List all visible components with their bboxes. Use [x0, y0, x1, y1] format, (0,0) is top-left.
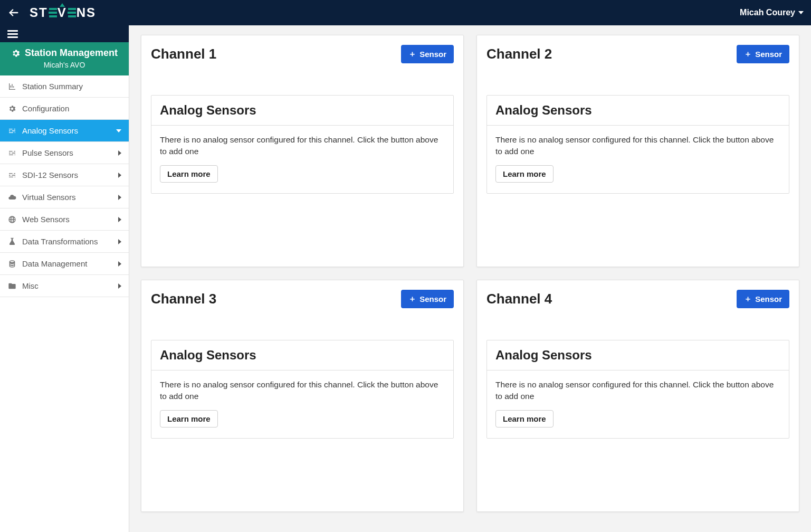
sliders-icon	[7, 149, 17, 157]
add-sensor-button-label: Sensor	[755, 294, 782, 303]
sidebar-nav: Station SummaryConfigurationAnalog Senso…	[0, 75, 129, 297]
sidebar-top-strip	[0, 25, 129, 42]
cloud-icon	[7, 193, 17, 202]
channel-panel: Channel 2＋SensorAnalog SensorsThere is n…	[476, 35, 799, 267]
chevron-right-icon	[118, 195, 121, 200]
hamburger-button[interactable]	[7, 28, 18, 40]
analog-sensors-card: Analog SensorsThere is no analog sensor …	[486, 340, 789, 439]
flask-icon	[7, 238, 17, 246]
station-mgmt-title: Station Management	[25, 48, 118, 59]
sidebar-item-label: Configuration	[22, 104, 69, 113]
sidebar-item-station-summary[interactable]: Station Summary	[0, 75, 129, 98]
sidebar-item-sdi-12-sensors[interactable]: SDI-12 Sensors	[0, 164, 129, 186]
sidebar-item-label: Analog Sensors	[22, 126, 78, 135]
add-sensor-button-label: Sensor	[755, 50, 782, 59]
main-content: Channel 1＋SensorAnalog SensorsThere is n…	[129, 25, 811, 532]
analog-sensors-card-title: Analog Sensors	[487, 340, 789, 370]
sidebar-item-data-management[interactable]: Data Management	[0, 253, 129, 275]
caret-down-icon	[798, 11, 804, 14]
arrow-left-icon	[8, 7, 20, 18]
station-header: Station Management Micah's AVO	[0, 42, 129, 75]
sidebar-item-virtual-sensors[interactable]: Virtual Sensors	[0, 186, 129, 208]
analog-sensors-card-title: Analog Sensors	[151, 96, 453, 126]
add-sensor-button[interactable]: ＋Sensor	[737, 290, 789, 308]
station-subtitle: Micah's AVO	[3, 61, 126, 69]
analog-sensors-card-body: There is no analog sensor configured for…	[151, 126, 453, 193]
sidebar-item-analog-sensors[interactable]: Analog Sensors	[0, 120, 129, 142]
channel-panel-header: Channel 2＋Sensor	[486, 45, 789, 63]
sidebar-item-misc[interactable]: Misc	[0, 275, 129, 297]
sidebar-item-pulse-sensors[interactable]: Pulse Sensors	[0, 142, 129, 164]
chevron-right-icon	[118, 283, 121, 289]
user-menu[interactable]: Micah Courey	[740, 8, 804, 17]
chevron-right-icon	[118, 217, 121, 222]
sidebar-item-label: SDI-12 Sensors	[22, 170, 78, 179]
add-sensor-button[interactable]: ＋Sensor	[401, 45, 454, 63]
sidebar-item-label: Data Transformations	[22, 237, 98, 246]
channel-title: Channel 3	[151, 291, 216, 307]
analog-sensors-card: Analog SensorsThere is no analog sensor …	[486, 95, 789, 194]
channel-title: Channel 4	[486, 291, 552, 307]
plus-icon: ＋	[408, 294, 416, 304]
add-sensor-button-label: Sensor	[419, 50, 446, 59]
learn-more-button[interactable]: Learn more	[160, 410, 218, 428]
sliders-icon	[7, 127, 17, 135]
sidebar-item-label: Misc	[22, 281, 39, 290]
sidebar-item-web-sensors[interactable]: Web Sensors	[0, 208, 129, 231]
sidebar-item-data-transformations[interactable]: Data Transformations	[0, 231, 129, 253]
back-button[interactable]	[7, 6, 20, 19]
analog-sensors-card-body: There is no analog sensor configured for…	[151, 370, 453, 438]
channel-panel: Channel 4＋SensorAnalog SensorsThere is n…	[476, 280, 799, 512]
database-icon	[7, 260, 17, 268]
empty-message: There is no analog sensor configured for…	[495, 134, 780, 158]
empty-message: There is no analog sensor configured for…	[160, 379, 445, 403]
user-name: Micah Courey	[740, 8, 795, 17]
channel-grid: Channel 1＋SensorAnalog SensorsThere is n…	[141, 35, 799, 512]
logo-e-glyph-icon	[49, 8, 57, 17]
channel-panel-header: Channel 4＋Sensor	[486, 290, 789, 308]
top-bar: ST V NS Micah Courey	[0, 0, 811, 25]
channel-panel: Channel 1＋SensorAnalog SensorsThere is n…	[141, 35, 464, 267]
chevron-right-icon	[118, 239, 121, 244]
sidebar-item-label: Web Sensors	[22, 215, 70, 224]
analog-sensors-card-body: There is no analog sensor configured for…	[487, 126, 789, 193]
add-sensor-button[interactable]: ＋Sensor	[401, 290, 454, 308]
channel-panel-header: Channel 1＋Sensor	[151, 45, 454, 63]
learn-more-button[interactable]: Learn more	[495, 410, 554, 428]
chevron-right-icon	[118, 261, 121, 267]
sliders-icon	[7, 171, 17, 179]
analog-sensors-card-body: There is no analog sensor configured for…	[487, 370, 789, 438]
analog-sensors-card: Analog SensorsThere is no analog sensor …	[151, 340, 454, 439]
gear-icon	[7, 104, 17, 113]
globe-icon	[7, 215, 17, 224]
channel-title: Channel 1	[151, 46, 216, 62]
logo-drop-icon	[60, 3, 65, 7]
plus-icon: ＋	[408, 49, 416, 59]
analog-sensors-card-title: Analog Sensors	[487, 96, 789, 126]
learn-more-button[interactable]: Learn more	[495, 165, 554, 183]
empty-message: There is no analog sensor configured for…	[160, 134, 445, 158]
add-sensor-button[interactable]: ＋Sensor	[737, 45, 789, 63]
folder-icon	[7, 282, 17, 290]
gear-icon	[11, 49, 21, 58]
sidebar-item-label: Data Management	[22, 259, 87, 268]
learn-more-button[interactable]: Learn more	[160, 165, 218, 183]
chart-icon	[7, 82, 17, 91]
sidebar-item-label: Pulse Sensors	[22, 148, 73, 157]
plus-icon: ＋	[744, 294, 752, 304]
sidebar-item-configuration[interactable]: Configuration	[0, 98, 129, 120]
channel-title: Channel 2	[486, 46, 552, 62]
app-logo: ST V NS	[30, 5, 96, 20]
channel-panel: Channel 3＋SensorAnalog SensorsThere is n…	[141, 280, 464, 512]
logo-e-glyph-icon	[68, 8, 76, 17]
analog-sensors-card: Analog SensorsThere is no analog sensor …	[151, 95, 454, 194]
sidebar-item-label: Station Summary	[22, 82, 83, 91]
add-sensor-button-label: Sensor	[419, 294, 446, 303]
empty-message: There is no analog sensor configured for…	[495, 379, 780, 403]
chevron-down-icon	[116, 129, 121, 132]
plus-icon: ＋	[744, 49, 752, 59]
sidebar: Station Management Micah's AVO Station S…	[0, 25, 129, 532]
channel-panel-header: Channel 3＋Sensor	[151, 290, 454, 308]
analog-sensors-card-title: Analog Sensors	[151, 340, 453, 370]
chevron-right-icon	[118, 173, 121, 178]
